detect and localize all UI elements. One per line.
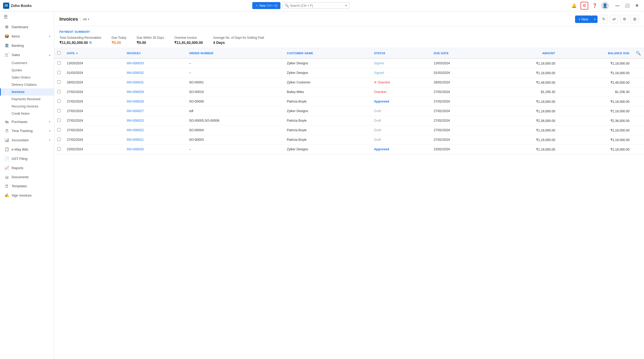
- table-row: 27/02/2024 INV-000028 SO-00008 Patricia …: [54, 97, 644, 106]
- sidebar-item-dashboard[interactable]: ⊞ Dashboard: [0, 22, 54, 32]
- row-checkbox-cell: [54, 126, 64, 135]
- invoice-link[interactable]: INV-000028: [127, 100, 144, 103]
- row-checkbox[interactable]: [57, 80, 61, 84]
- row-balance-due: ₹1,18,000.00: [558, 106, 633, 116]
- refresh-button[interactable]: ↻: [600, 15, 608, 23]
- sidebar-item-quotes[interactable]: Quotes: [0, 67, 54, 74]
- close-button[interactable]: ✕: [633, 2, 641, 10]
- sidebar-item-gst-filing[interactable]: 📄 GST Filing: [0, 154, 54, 163]
- sidebar-item-credit-notes[interactable]: Credit Notes: [0, 110, 54, 117]
- sidebar-item-recurring-invoices[interactable]: Recurring Invoices: [0, 103, 54, 110]
- title-bar: ZB Zoho Books ＋ New (Ctrl + Q) 🔍 ▼ 🔔 ⚙ ❓…: [0, 0, 644, 11]
- row-status: Draft: [371, 116, 430, 126]
- outstanding-refresh-icon[interactable]: ↻: [89, 41, 92, 45]
- sidebar-item-banking[interactable]: 🏦 Banking: [0, 41, 54, 50]
- sidebar-item-templates[interactable]: 🗒 Templates: [0, 182, 54, 191]
- sidebar-item-time-tracking[interactable]: ⏱ Time Tracking ▾: [0, 126, 54, 135]
- select-all-checkbox[interactable]: [57, 51, 61, 54]
- invoice-link[interactable]: INV-000029: [127, 90, 144, 94]
- col-amount[interactable]: AMOUNT: [491, 48, 559, 58]
- avg-days-value: 4 Days: [213, 41, 264, 45]
- sidebar-item-sales[interactable]: 🛒 Sales ▴: [0, 50, 54, 59]
- settings-column-button[interactable]: ⚙: [620, 15, 629, 23]
- invoice-link[interactable]: INV-000027: [127, 109, 144, 113]
- sidebar-item-items[interactable]: 📦 Items ▾: [0, 32, 54, 41]
- col-balance-due[interactable]: BALANCE DUE: [558, 48, 633, 58]
- row-checkbox[interactable]: [57, 61, 61, 65]
- settings-button[interactable]: ⚙: [580, 2, 588, 10]
- row-checkbox[interactable]: [57, 99, 61, 103]
- row-due-date: 27/02/2024: [431, 97, 491, 106]
- import-export-button[interactable]: ⇄: [610, 15, 618, 23]
- maximize-button[interactable]: ⬜: [623, 2, 631, 10]
- new-invoice-dropdown[interactable]: ▾: [592, 15, 598, 23]
- col-search[interactable]: 🔍: [633, 48, 644, 58]
- sidebar-item-invoices[interactable]: Invoices: [0, 88, 54, 96]
- sidebar-item-documents[interactable]: 🗂 Documents: [0, 173, 54, 182]
- row-checkbox[interactable]: [57, 109, 61, 112]
- row-invoice-num: INV-000027: [124, 106, 186, 116]
- row-customer-name: Patricia Boyle: [284, 116, 371, 126]
- col-due-date[interactable]: DUE DATE: [431, 48, 491, 58]
- sidebar-item-sales-orders[interactable]: Sales Orders: [0, 74, 54, 81]
- table-row: 27/02/2024 INV-000023 SO-00005,SO-00006 …: [54, 116, 644, 126]
- row-action: [633, 106, 644, 116]
- invoice-link[interactable]: INV-000033: [127, 61, 144, 65]
- row-checkbox[interactable]: [57, 119, 61, 122]
- new-button-titlebar[interactable]: ＋ New (Ctrl + Q): [252, 2, 280, 9]
- invoice-link[interactable]: INV-000020: [127, 147, 144, 151]
- view-chevron-icon: ▾: [88, 18, 89, 21]
- sidebar-item-reports[interactable]: 📈 Reports: [0, 163, 54, 173]
- notifications-button[interactable]: 🔔: [570, 2, 578, 10]
- col-status[interactable]: STATUS: [371, 48, 430, 58]
- chevron-down-icon: ▾: [49, 120, 50, 123]
- due-30-value: ₹0.00: [137, 41, 164, 45]
- row-checkbox[interactable]: [57, 147, 61, 151]
- row-checkbox[interactable]: [57, 138, 61, 141]
- row-amount: ₹1,18,000.00: [491, 97, 559, 106]
- col-date[interactable]: DATE ▼: [64, 48, 124, 58]
- sidebar-item-eway-bills[interactable]: 📋 e-Way Bills: [0, 145, 54, 154]
- sidebar-item-delivery-challans[interactable]: Delivery Challans: [0, 81, 54, 88]
- help-button[interactable]: ❓: [591, 2, 599, 10]
- row-checkbox[interactable]: [57, 71, 61, 74]
- sidebar-item-payments-received[interactable]: Payments Received: [0, 96, 54, 103]
- time-tracking-icon: ⏱: [4, 129, 9, 133]
- col-invoice-num[interactable]: INVOICE#: [124, 48, 186, 58]
- minimize-button[interactable]: —: [614, 2, 621, 10]
- row-order-number: --: [186, 58, 284, 68]
- col-order-number[interactable]: ORDER NUMBER: [186, 48, 284, 58]
- sidebar-item-label: Reports: [12, 166, 23, 170]
- sidebar-item-accountant[interactable]: 📊 Accountant ▾: [0, 135, 54, 145]
- invoice-link[interactable]: INV-000022: [127, 128, 144, 132]
- hamburger-menu[interactable]: ☰: [0, 11, 54, 22]
- row-checkbox-cell: [54, 68, 64, 78]
- select-all-header: [54, 48, 64, 58]
- col-customer-name[interactable]: CUSTOMER NAME: [284, 48, 371, 58]
- invoice-link[interactable]: INV-000021: [127, 138, 144, 142]
- status-badge: Approved: [374, 100, 389, 103]
- filter-button[interactable]: ⊞: [631, 15, 639, 23]
- main-layout: ☰ ⊞ Dashboard 📦 Items ▾ 🏦 Banking 🛒 Sale…: [0, 11, 644, 359]
- row-amount: $1,206.30: [491, 87, 559, 97]
- sidebar-item-sign-invoices[interactable]: ✍ Sign Invoices: [0, 191, 54, 200]
- table-search-icon[interactable]: 🔍: [636, 51, 641, 55]
- avg-days-label: Average No. of Days for Getting Paid: [213, 36, 264, 40]
- row-checkbox[interactable]: [57, 128, 61, 131]
- row-order-number: --: [186, 68, 284, 78]
- search-input[interactable]: [290, 4, 345, 7]
- row-action: [633, 58, 644, 68]
- row-order-number: sdf: [186, 106, 284, 116]
- sidebar-item-purchases[interactable]: 🛍 Purchases ▾: [0, 117, 54, 126]
- invoice-link[interactable]: INV-000023: [127, 119, 144, 122]
- new-invoice-button[interactable]: + New: [575, 15, 592, 23]
- profile-button[interactable]: 👤: [601, 2, 609, 10]
- invoice-link[interactable]: INV-000032: [127, 71, 144, 75]
- row-checkbox[interactable]: [57, 90, 61, 93]
- sidebar-item-customers[interactable]: Customers: [0, 59, 54, 67]
- row-invoice-num: INV-000022: [124, 126, 186, 135]
- invoice-link[interactable]: INV-000031: [127, 81, 144, 84]
- search-dropdown-icon[interactable]: ▼: [345, 4, 347, 7]
- row-action: [633, 126, 644, 135]
- view-selector[interactable]: All ▾: [80, 17, 89, 21]
